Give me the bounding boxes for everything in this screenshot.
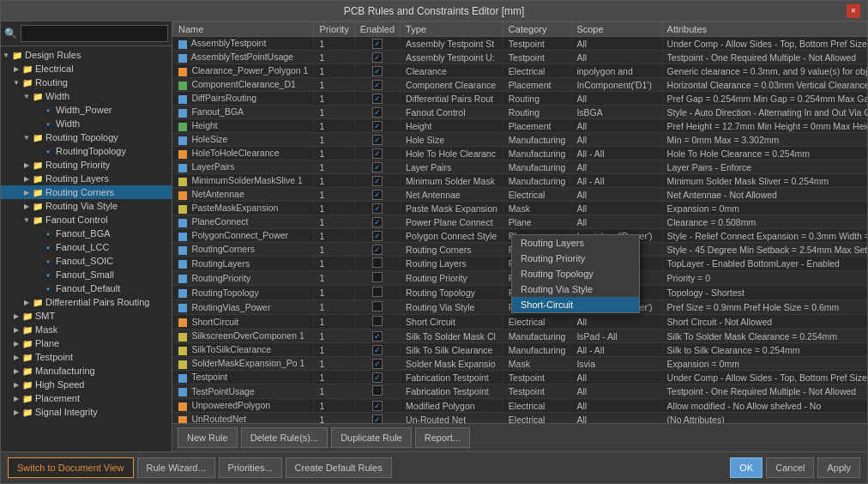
cell-enabled[interactable] [354, 51, 400, 64]
cell-enabled[interactable] [354, 271, 400, 286]
cell-enabled[interactable] [354, 133, 400, 147]
tree-item-routing-corners[interactable]: ▶ 📁 Routing Corners [1, 185, 172, 199]
cell-enabled[interactable] [354, 300, 400, 315]
cell-enabled[interactable] [354, 119, 400, 133]
tree-item-routing-priority[interactable]: ▶ 📁 Routing Priority [1, 158, 172, 172]
cell-enabled[interactable] [354, 92, 400, 106]
tree-item-mask[interactable]: ▶ 📁 Mask [1, 323, 172, 336]
enabled-checkbox[interactable] [372, 66, 383, 76]
col-header-name[interactable]: Name [173, 22, 314, 37]
switch-document-button[interactable]: Switch to Document View [8, 457, 134, 478]
table-row[interactable]: TestPointUsage 1 Fabrication Testpoint T… [173, 384, 868, 399]
enabled-checkbox[interactable] [372, 359, 383, 369]
table-row[interactable]: SolderMaskExpansion_Po 1 1 Solder Mask E… [173, 357, 868, 371]
table-row[interactable]: SilkToSilkClearance 1 Silk To Silk Clear… [173, 343, 868, 357]
table-row[interactable]: AssemblyTestPointUsage 1 Assembly Testpo… [173, 51, 868, 64]
new-rule-button[interactable]: New Rule [178, 427, 238, 448]
tree-item-testpoint[interactable]: ▶ 📁 Testpoint [1, 350, 172, 364]
ok-button[interactable]: OK [730, 457, 763, 478]
table-row[interactable]: Testpoint 1 Fabrication Testpoint Testpo… [173, 371, 868, 384]
cell-enabled[interactable] [354, 147, 400, 160]
tree-item-signal-integrity[interactable]: ▶ 📁 Signal Integrity [1, 405, 172, 419]
enabled-checkbox[interactable] [372, 203, 383, 214]
tree-item-width[interactable]: ▼ 📁 Width [1, 89, 172, 103]
enabled-checkbox[interactable] [372, 245, 383, 255]
table-row[interactable]: UnpoweredPolygon 1 Modified Polygon Elec… [173, 399, 868, 413]
enabled-checkbox[interactable] [372, 107, 383, 118]
cell-enabled[interactable] [354, 286, 400, 300]
tree-item-width2[interactable]: ▪ Width [1, 117, 172, 130]
close-button[interactable]: × [847, 4, 860, 18]
cell-enabled[interactable] [354, 188, 400, 202]
table-row[interactable]: HoleToHoleClearance 1 Hole To Hole Clear… [173, 147, 868, 160]
table-row[interactable]: Height 1 Height Placement All Pref Heigh… [173, 119, 868, 133]
apply-button[interactable]: Apply [817, 457, 860, 478]
table-row[interactable]: AssemblyTestpoint 1 Assembly Testpoint S… [173, 37, 868, 51]
enabled-checkbox[interactable] [372, 272, 383, 282]
enabled-checkbox[interactable] [372, 401, 383, 411]
tree-item-diff-pairs[interactable]: ▶ 📁 Differential Pairs Routing [1, 295, 172, 309]
dropdown-item-short-circuit[interactable]: Short-Circuit [512, 297, 639, 312]
report-button[interactable]: Report... [415, 427, 470, 448]
enabled-checkbox[interactable] [372, 231, 383, 241]
cell-enabled[interactable] [354, 343, 400, 357]
table-row[interactable]: NetAntennae 1 Net Antennae Electrical Al… [173, 188, 868, 202]
cell-enabled[interactable] [354, 229, 400, 243]
cell-enabled[interactable] [354, 202, 400, 215]
col-header-attributes[interactable]: Attributes [661, 22, 867, 37]
table-row[interactable]: MinimumSolderMaskSlive 1 1 Minimum Solde… [173, 174, 868, 188]
col-header-scope[interactable]: Scope [571, 22, 661, 37]
tree-item-fanout-soic[interactable]: ▪ Fanout_SOIC [1, 254, 172, 268]
tree-item-fanout-lcc[interactable]: ▪ Fanout_LCC [1, 240, 172, 254]
delete-rule-button[interactable]: Delete Rule(s)... [241, 427, 328, 448]
table-row[interactable]: PasteMaskExpansion 1 Paste Mask Expansio… [173, 202, 868, 215]
enabled-checkbox[interactable] [372, 287, 383, 297]
col-header-category[interactable]: Category [503, 22, 571, 37]
dropdown-item-routing-priority[interactable]: Routing Priority [512, 251, 639, 266]
enabled-checkbox[interactable] [372, 217, 383, 227]
tree-item-routing-topology[interactable]: ▼ 📁 Routing Topology [1, 130, 172, 144]
tree-item-routing-via-style[interactable]: ▶ 📁 Routing Via Style [1, 199, 172, 213]
cell-enabled[interactable] [354, 357, 400, 371]
tree-item-fanout-small[interactable]: ▪ Fanout_Small [1, 268, 172, 281]
tree-item-manufacturing[interactable]: ▶ 📁 Manufacturing [1, 364, 172, 378]
col-header-priority[interactable]: Priority [314, 22, 354, 37]
cell-enabled[interactable] [354, 384, 400, 399]
table-container[interactable]: NamePriorityEnabledTypeCategoryScopeAttr… [172, 21, 867, 423]
enabled-checkbox[interactable] [372, 345, 383, 355]
cell-enabled[interactable] [354, 37, 400, 51]
enabled-checkbox[interactable] [372, 301, 383, 312]
table-row[interactable]: Fanout_BGA 1 Fanout Control Routing IsBG… [173, 106, 868, 119]
enabled-checkbox[interactable] [372, 316, 383, 326]
enabled-checkbox[interactable] [372, 94, 383, 104]
table-row[interactable]: HoleSize 1 Hole Size Manufacturing All M… [173, 133, 868, 147]
dropdown-item-routing-layers[interactable]: Routing Layers [512, 235, 639, 251]
tree-item-design-rules[interactable]: ▼ 📁 Design Rules [1, 48, 172, 62]
search-input[interactable] [21, 25, 168, 42]
duplicate-rule-button[interactable]: Duplicate Rule [331, 427, 412, 448]
priorities-button[interactable]: Priorities... [219, 457, 282, 478]
table-row[interactable]: ComponentClearance_D1 1 Component Cleara… [173, 78, 868, 92]
cell-enabled[interactable] [354, 160, 400, 174]
tree-item-electrical[interactable]: ▶ 📁 Electrical [1, 62, 172, 76]
rule-wizard-button[interactable]: Rule Wizard... [137, 457, 215, 478]
enabled-checkbox[interactable] [372, 121, 383, 131]
enabled-checkbox[interactable] [372, 80, 383, 90]
enabled-checkbox[interactable] [372, 39, 383, 49]
cell-enabled[interactable] [354, 78, 400, 92]
tree-item-high-speed[interactable]: ▶ 📁 High Speed [1, 378, 172, 391]
enabled-checkbox[interactable] [372, 414, 383, 423]
table-row[interactable]: SilkscreenOverComponen 1 1 Silk To Solde… [173, 330, 868, 343]
dropdown-item-routing-via-style[interactable]: Routing Via Style [512, 281, 639, 297]
tree-item-width-power[interactable]: ▪ Width_Power [1, 103, 172, 117]
cell-enabled[interactable] [354, 106, 400, 119]
cell-enabled[interactable] [354, 371, 400, 384]
tree-item-fanout-control[interactable]: ▼ 📁 Fanout Control [1, 213, 172, 227]
col-header-enabled[interactable]: Enabled [354, 22, 400, 37]
tree-item-smt[interactable]: ▶ 📁 SMT [1, 309, 172, 323]
enabled-checkbox[interactable] [372, 52, 383, 63]
enabled-checkbox[interactable] [372, 148, 383, 159]
tree-item-fanout-default[interactable]: ▪ Fanout_Default [1, 281, 172, 295]
col-header-type[interactable]: Type [401, 22, 503, 37]
enabled-checkbox[interactable] [372, 162, 383, 172]
